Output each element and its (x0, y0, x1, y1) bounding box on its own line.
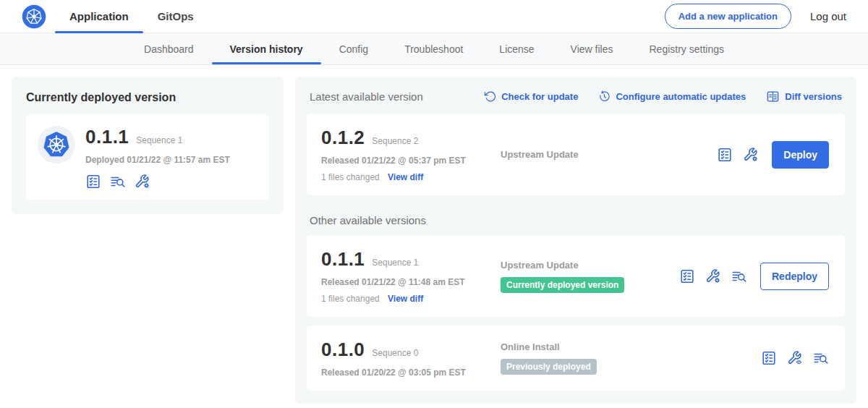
deployed-timestamp: Deployed 01/21/22 @ 11:57 am EST (85, 155, 230, 165)
deploy-button[interactable]: Deploy (772, 141, 829, 169)
subnav-tab-config[interactable]: Config (321, 33, 386, 64)
action-link-label: Check for update (501, 91, 578, 102)
version-row-0-1-2: 0.1.2 Sequence 2 Released 01/21/22 @ 05:… (307, 114, 845, 195)
deploy-status-badge: Currently deployed version (501, 277, 624, 293)
version-row-status: Upstream Update (495, 149, 717, 160)
kots-admin-console: ApplicationGitOps Add a new application … (0, 0, 868, 408)
redeploy-button[interactable]: Redeploy (760, 263, 829, 290)
deployed-version-card: 0.1.1 Sequence 1 Deployed 01/21/22 @ 11:… (26, 114, 269, 200)
sequence-label: Sequence 1 (372, 258, 418, 268)
version-row-status: Upstream Update Currently deployed versi… (495, 260, 679, 293)
sequence-label: Sequence 0 (372, 348, 418, 358)
version-row-status: Online Install Previously deployed (495, 341, 761, 375)
logout-link[interactable]: Log out (810, 10, 846, 22)
released-timestamp: Released 01/21/22 @ 11:48 am EST (321, 277, 495, 287)
other-versions-section: 0.1.1 Sequence 1 Released 01/21/22 @ 11:… (307, 235, 845, 391)
latest-version-title: Latest available version (310, 90, 423, 103)
subnav-tab-registry-settings[interactable]: Registry settings (631, 33, 742, 64)
other-versions-title: Other available versions (310, 214, 842, 226)
panel-header: Latest available version Check for updat… (307, 88, 845, 114)
subnav-tab-troubleshoot[interactable]: Troubleshoot (386, 33, 481, 64)
files-changed-line: 1 files changed View diff (321, 294, 495, 304)
navbar-right: Add a new application Log out (665, 4, 846, 29)
version-row-info: 0.1.0 Sequence 0 Released 01/20/22 @ 03:… (321, 339, 495, 378)
main-content: Currently deployed version 0.1.1 Sequenc… (0, 65, 868, 408)
edit-config-icon[interactable] (743, 147, 759, 163)
version-label: 0.1.0 (321, 339, 365, 361)
sequence-label: Sequence 2 (372, 136, 418, 146)
nav-tab-application[interactable]: Application (55, 0, 143, 33)
check-for-update-link[interactable]: Check for update (484, 90, 578, 103)
action-link-label: Diff versions (785, 91, 842, 102)
kubernetes-logo-icon (22, 4, 46, 29)
released-timestamp: Released 01/20/22 @ 03:05 pm EST (321, 367, 495, 378)
configure-automatic-updates-link[interactable]: Configure automatic updates (598, 90, 746, 103)
nav-tab-gitops[interactable]: GitOps (143, 0, 208, 33)
preflight-checks-icon[interactable] (679, 268, 695, 284)
edit-config-icon[interactable] (135, 174, 150, 190)
deployed-card-title: Currently deployed version (26, 91, 269, 104)
version-source-label: Online Install (501, 341, 761, 352)
files-changed-label: 1 files changed (321, 172, 380, 182)
files-changed-label: 1 files changed (321, 294, 380, 304)
deploy-logs-icon[interactable] (110, 174, 126, 190)
version-row-actions: Deploy (717, 141, 830, 169)
version-source-label: Upstream Update (501, 149, 717, 160)
diff-icon (766, 90, 780, 103)
version-row-0-1-1: 0.1.1 Sequence 1 Released 01/21/22 @ 11:… (307, 235, 845, 317)
version-row-actions (761, 350, 830, 366)
view-diff-link[interactable]: View diff (388, 294, 423, 304)
deployed-version-actions (85, 174, 230, 190)
edit-config-icon[interactable] (705, 268, 721, 284)
version-row-info: 0.1.1 Sequence 1 Released 01/21/22 @ 11:… (321, 248, 495, 304)
action-link-label: Configure automatic updates (616, 91, 746, 102)
app-subnav: DashboardVersion historyConfigTroublesho… (0, 33, 868, 65)
application-icon (38, 126, 75, 163)
latest-version-section: 0.1.2 Sequence 2 Released 01/21/22 @ 05:… (307, 114, 845, 195)
deployed-version-label: 0.1.1 (85, 126, 129, 148)
diff-versions-link[interactable]: Diff versions (766, 90, 842, 103)
deploy-logs-icon[interactable] (731, 268, 747, 284)
top-navbar: ApplicationGitOps Add a new application … (0, 0, 868, 33)
subnav-tab-dashboard[interactable]: Dashboard (126, 33, 212, 64)
add-application-button[interactable]: Add a new application (665, 4, 791, 29)
subnav-tab-license[interactable]: License (481, 33, 552, 64)
version-label: 0.1.2 (321, 127, 365, 149)
preflight-checks-icon[interactable] (85, 174, 101, 190)
deployed-sequence-label: Sequence 1 (136, 135, 182, 145)
files-changed-line: 1 files changed View diff (321, 172, 495, 182)
panel-actions: Check for updateConfigure automatic upda… (484, 90, 842, 103)
auto-update-icon (598, 90, 610, 103)
version-history-panel: Latest available version Check for updat… (295, 77, 856, 404)
deploy-logs-icon[interactable] (813, 350, 829, 366)
version-row-actions: Redeploy (679, 263, 830, 290)
version-label: 0.1.1 (321, 248, 365, 271)
version-source-label: Upstream Update (501, 260, 679, 271)
version-row-info: 0.1.2 Sequence 2 Released 01/21/22 @ 05:… (321, 127, 495, 182)
version-row-0-1-0: 0.1.0 Sequence 0 Released 01/20/22 @ 03:… (307, 326, 845, 391)
view-config-icon[interactable] (787, 350, 803, 366)
app-switcher-tabs: ApplicationGitOps (55, 0, 208, 33)
view-diff-link[interactable]: View diff (388, 172, 423, 182)
preflight-checks-icon[interactable] (761, 350, 777, 366)
subnav-tab-view-files[interactable]: View files (553, 33, 631, 64)
subnav-tab-version-history[interactable]: Version history (212, 33, 321, 64)
released-timestamp: Released 01/21/22 @ 05:37 pm EST (321, 156, 495, 166)
preflight-checks-icon[interactable] (717, 147, 733, 163)
currently-deployed-card: Currently deployed version 0.1.1 Sequenc… (12, 77, 284, 214)
refresh-icon (484, 90, 496, 103)
deploy-status-badge: Previously deployed (501, 359, 597, 375)
